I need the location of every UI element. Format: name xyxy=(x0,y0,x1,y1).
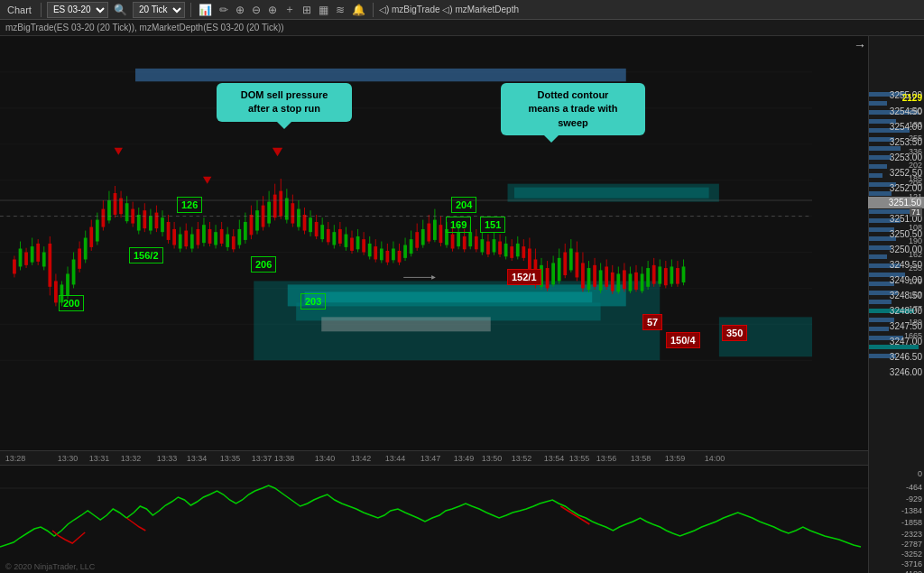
dom-189: 189 xyxy=(909,318,922,327)
trade-label-152: 152/1 xyxy=(512,272,537,282)
dom-290: 290 xyxy=(909,106,922,116)
time-1340: 13:40 xyxy=(315,454,336,463)
trade-box-150: 150/4 xyxy=(666,332,700,348)
time-1349: 13:49 xyxy=(454,454,475,463)
time-1352: 13:52 xyxy=(512,454,532,463)
zoom-out-icon[interactable]: ⊖ xyxy=(250,4,263,16)
dom-177: 177 xyxy=(909,304,922,313)
osc-neg4180: -4180 xyxy=(901,569,922,573)
price-3246-50: 3246.50 xyxy=(890,352,922,362)
oscillator-svg xyxy=(0,466,868,573)
osc-neg2323: -2323 xyxy=(901,530,922,539)
time-axis: 13:28 13:30 13:31 13:32 13:33 13:34 13:3… xyxy=(0,450,868,465)
svg-rect-13 xyxy=(321,317,491,331)
arrow-button[interactable]: → xyxy=(854,38,866,52)
svg-marker-246 xyxy=(115,148,123,155)
tick-select[interactable]: 20 Tick xyxy=(133,2,185,18)
time-1335: 13:35 xyxy=(220,454,241,463)
sep1 xyxy=(41,3,42,17)
time-1344: 13:44 xyxy=(385,454,406,463)
time-1332: 13:32 xyxy=(121,454,142,463)
magnifier-icon[interactable]: 🔍 xyxy=(112,4,129,16)
trade-label-203: 203 xyxy=(305,296,321,307)
main-area: → xyxy=(0,36,924,573)
dom-255: 255 xyxy=(909,134,922,143)
trade-box-152: 152/1 xyxy=(507,269,541,285)
zoom-in-icon[interactable]: ⊕ xyxy=(234,4,246,16)
copyright-text: © 2020 NinjaTrader, LLC xyxy=(5,562,95,571)
time-1337: 13:37 xyxy=(252,454,273,463)
chart-label: Chart xyxy=(4,5,35,15)
time-1347: 13:47 xyxy=(420,454,441,463)
dom-162: 162 xyxy=(909,250,922,259)
trade-box-200: 200 xyxy=(59,295,84,311)
trade-box-350: 350 xyxy=(722,325,747,341)
dom-71: 71 xyxy=(910,208,922,217)
alert-icon[interactable]: 🔔 xyxy=(350,4,367,16)
toolbar: Chart ES 03-20 🔍 20 Tick 📊 ✏ ⊕ ⊖ ⊕ ＋ ⊞ ▦… xyxy=(0,0,924,20)
osc-neg1384: -1384 xyxy=(901,506,922,515)
time-1359: 13:59 xyxy=(665,454,686,463)
price-3246: 3246.00 xyxy=(890,367,922,377)
bar-chart-icon[interactable]: 📊 xyxy=(197,4,214,16)
dom-121: 121 xyxy=(909,192,922,201)
time-1342: 13:42 xyxy=(351,454,372,463)
oscillator-panel xyxy=(0,465,868,573)
osc-neg929: -929 xyxy=(906,494,922,504)
dom-179: 179 xyxy=(909,277,922,286)
trade-label-350: 350 xyxy=(726,328,743,338)
tooltip-dom-sell-text: DOM sell pressureafter a stop run xyxy=(241,89,328,114)
symbol-select[interactable]: ES 03-20 xyxy=(47,2,108,18)
crosshair-icon[interactable]: ⊕ xyxy=(266,4,279,16)
subtitle-bar: mzBigTrade(ES 03-20 (20 Tick)), mzMarket… xyxy=(0,20,924,36)
chart-canvas[interactable]: → xyxy=(0,36,868,573)
grid-icon[interactable]: ⊞ xyxy=(300,4,313,16)
dom-108: 108 xyxy=(909,223,922,232)
indicator-icon[interactable]: ≋ xyxy=(334,4,346,16)
trade-label-169: 169 xyxy=(450,219,467,230)
svg-rect-253 xyxy=(0,466,868,573)
subtitle-text: mzBigTrade(ES 03-20 (20 Tick)), mzMarket… xyxy=(5,23,284,32)
sep2 xyxy=(190,3,191,17)
trade-label-156: 156/2 xyxy=(134,250,159,261)
time-1356: 13:56 xyxy=(596,454,617,463)
time-1330: 13:30 xyxy=(58,454,79,463)
svg-marker-248 xyxy=(273,148,282,157)
trade-box-156: 156/2 xyxy=(129,247,163,263)
trade-box-169: 169 xyxy=(446,217,471,233)
footer: © 2020 NinjaTrader, LLC xyxy=(5,562,95,571)
trade-box-206: 206 xyxy=(251,256,276,273)
price-chart xyxy=(0,36,812,465)
price-scale: 3255.00 3254.50 3254.00 3253.50 3253.00 … xyxy=(868,36,924,573)
svg-rect-17 xyxy=(135,69,626,81)
time-1328: 13:28 xyxy=(5,454,26,463)
osc-neg464: -464 xyxy=(906,483,922,492)
dom-336: 336 xyxy=(909,147,922,156)
trade-label-57: 57 xyxy=(647,317,658,328)
trade-label-206: 206 xyxy=(255,259,272,270)
dom-1665: 1665 xyxy=(904,331,922,340)
tooltip-dotted-contour: Dotted contourmeans a trade withsweep xyxy=(501,83,645,135)
dom-2129: 2129 xyxy=(902,93,922,103)
osc-neg1858: -1858 xyxy=(901,518,922,527)
dom-255b: 255 xyxy=(909,263,922,273)
trade-label-126: 126 xyxy=(181,199,198,210)
plus-icon[interactable]: ＋ xyxy=(282,2,297,17)
time-1333: 13:33 xyxy=(157,454,178,463)
trade-box-126: 126 xyxy=(177,197,202,213)
time-1350: 13:50 xyxy=(482,454,503,463)
time-1355: 13:55 xyxy=(569,454,590,463)
time-1331: 13:31 xyxy=(89,454,110,463)
dom-183: 183 xyxy=(909,120,922,129)
table-icon[interactable]: ▦ xyxy=(317,4,330,16)
osc-neg2787: -2787 xyxy=(901,540,922,549)
trade-label-200: 200 xyxy=(63,298,79,309)
tooltip-dom-sell: DOM sell pressureafter a stop run xyxy=(217,83,352,122)
osc-neg3716: -3716 xyxy=(901,559,922,568)
trade-box-203: 203 xyxy=(300,293,326,310)
dom-205: 205 xyxy=(909,179,922,188)
pencil-icon[interactable]: ✏ xyxy=(217,4,230,16)
dom-190: 190 xyxy=(909,236,922,245)
indicators-label: ◁) mzBigTrade ◁) mzMarketDepth xyxy=(379,5,519,14)
osc-neg3252: -3252 xyxy=(901,550,922,559)
